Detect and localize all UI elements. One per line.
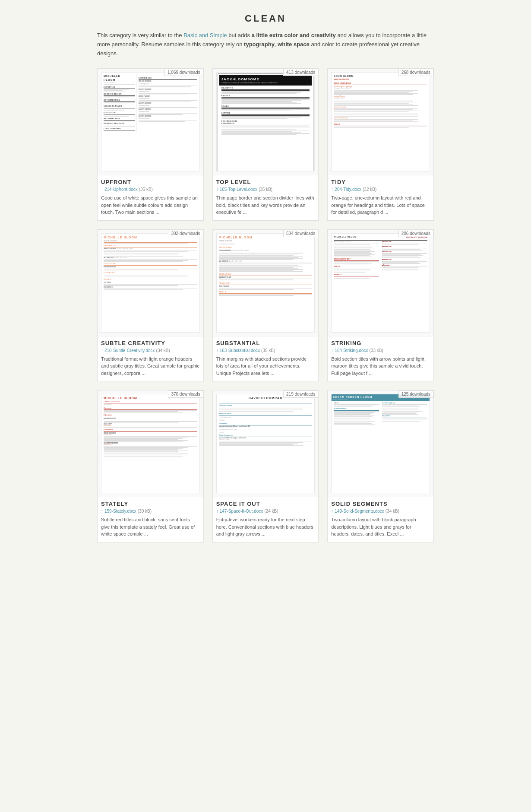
thumbnail-striking[interactable]: MICHELLE HLOOM WORK EXPERIENCE WORK EXPE… bbox=[331, 233, 430, 333]
resume-name-striking: STRIKING bbox=[331, 340, 430, 346]
file-size-striking: (33 kB) bbox=[370, 348, 383, 353]
download-icon-upfront: ↑ bbox=[101, 187, 103, 192]
file-size-substantial: (35 kB) bbox=[261, 348, 275, 353]
download-icon-subtle: ↑ bbox=[101, 348, 103, 353]
preview-stately: 370 downloads MICHELLE HLOOM GRAPHIC DES… bbox=[98, 390, 203, 497]
thumbnail-spaceitout[interactable]: DAVID HLOOMRAD 123 Any Street, Anytown C… bbox=[216, 394, 315, 493]
intro-paragraph: This category is very similar to the Bas… bbox=[97, 31, 434, 58]
thumbnail-upfront[interactable]: MICHELLEHLOOM GRAPHIC DESIGNER EXPERTISE… bbox=[101, 72, 200, 171]
resume-card-upfront: 1,069 downloads MICHELLEHLOOM GRAPHIC DE… bbox=[97, 68, 204, 221]
resume-name-solidsegments: SOLID SEGMENTS bbox=[331, 501, 430, 507]
downloads-badge-spaceitout: 219 downloads bbox=[283, 390, 318, 398]
resume-desc-upfront: Good use of white space gives this sampl… bbox=[101, 194, 200, 216]
thumbnail-solidsegments[interactable]: CREAM PERSON HLOOM Designer | Developer … bbox=[331, 394, 430, 493]
resume-card-toplevel: 413 downloads JACKHLOOMSOME TURNAROUND E… bbox=[212, 68, 319, 221]
resume-name-spaceitout: SPACE IT OUT bbox=[216, 501, 315, 507]
file-size-stately: (30 kB) bbox=[138, 509, 152, 514]
resume-desc-striking: Bold section titles with arrow points an… bbox=[331, 355, 430, 377]
file-link-spaceitout: ↑ 147-Space-It-Out.docx (24 kB) bbox=[216, 509, 315, 514]
resume-desc-spaceitout: Entry-level workers ready for the next s… bbox=[216, 516, 315, 538]
file-anchor-stately[interactable]: 159-Stately.docx bbox=[104, 509, 136, 514]
file-size-toplevel: (35 kB) bbox=[259, 187, 272, 192]
resume-desc-tidy: Two-page, one-column layout with red and… bbox=[331, 194, 430, 216]
file-link-solidsegments: ↑ 149-Solid-Segments.docx (34 kB) bbox=[331, 509, 430, 514]
resume-card-spaceitout: 219 downloads DAVID HLOOMRAD 123 Any Str… bbox=[212, 390, 319, 542]
resume-desc-substantial: Thin margins with stacked sections provi… bbox=[216, 355, 315, 377]
card-info-striking: STRIKING ↑ 164-Striking.docx (33 kB) Bol… bbox=[328, 336, 433, 381]
file-anchor-substantial[interactable]: 163-Substantial.docx bbox=[220, 348, 260, 353]
thumbnail-toplevel[interactable]: JACKHLOOMSOME TURNAROUND EXPERT FOR CUST… bbox=[216, 72, 315, 171]
resume-name-toplevel: TOP LEVEL bbox=[216, 179, 315, 185]
file-link-striking: ↑ 164-Striking.docx (33 kB) bbox=[331, 348, 430, 353]
card-info-substantial: SUBSTANTIAL ↑ 163-Substantial.docx (35 k… bbox=[213, 336, 319, 381]
file-size-upfront: (35 kB) bbox=[139, 187, 153, 192]
resume-card-stately: 370 downloads MICHELLE HLOOM GRAPHIC DES… bbox=[97, 390, 204, 542]
resume-name-substantial: SUBSTANTIAL bbox=[216, 340, 315, 346]
file-link-stately: ↑ 159-Stately.docx (30 kB) bbox=[101, 509, 200, 514]
resume-desc-stately: Subtle red titles and block, sans serif … bbox=[101, 516, 200, 538]
resume-card-solidsegments: 125 downloads CREAM PERSON HLOOM Designe… bbox=[327, 390, 434, 542]
resume-card-substantial: 534 downloads MICHELLE HLOOM GRAPHIC DES… bbox=[212, 229, 319, 382]
file-link-tidy: ↑ 204-Tidy.docx (32 kB) bbox=[331, 187, 430, 192]
preview-subtle: 302 downloads MICHELLE HLOOM GRAPHIC DES… bbox=[98, 230, 203, 336]
card-info-tidy: TIDY ↑ 204-Tidy.docx (32 kB) Two-page, o… bbox=[328, 175, 433, 220]
file-size-spaceitout: (24 kB) bbox=[264, 509, 278, 514]
file-link-substantial: ↑ 163-Substantial.docx (35 kB) bbox=[216, 348, 315, 353]
resume-name-stately: STATELY bbox=[101, 501, 200, 507]
download-icon-spaceitout: ↑ bbox=[216, 509, 218, 514]
card-info-toplevel: TOP LEVEL ↑ 165-Top-Level.docx (35 kB) T… bbox=[213, 175, 319, 220]
download-icon-tidy: ↑ bbox=[331, 187, 333, 192]
preview-upfront: 1,069 downloads MICHELLEHLOOM GRAPHIC DE… bbox=[98, 69, 203, 175]
file-anchor-toplevel[interactable]: 165-Top-Level.docx bbox=[220, 187, 257, 192]
thumbnail-subtle[interactable]: MICHELLE HLOOM GRAPHIC DESIGNER EXPERIEN… bbox=[101, 233, 200, 333]
downloads-badge-subtle: 302 downloads bbox=[168, 230, 203, 237]
downloads-badge-substantial: 534 downloads bbox=[283, 230, 318, 237]
download-icon-striking: ↑ bbox=[331, 348, 333, 353]
basic-simple-link[interactable]: Basic and Simple bbox=[183, 32, 227, 38]
file-link-subtle: ↑ 210-Subtle-Creativity.docx (34 kB) bbox=[101, 348, 200, 353]
file-link-toplevel: ↑ 165-Top-Level.docx (35 kB) bbox=[216, 187, 315, 192]
file-anchor-upfront[interactable]: 214-Upfront.docx bbox=[104, 187, 138, 192]
resume-name-subtle: SUBTLE CREATIVITY bbox=[101, 340, 200, 346]
card-info-stately: STATELY ↑ 159-Stately.docx (30 kB) Subtl… bbox=[98, 497, 203, 542]
downloads-badge-upfront: 1,069 downloads bbox=[164, 69, 203, 76]
card-info-upfront: UPFRONT ↑ 214-Upfront.docx (35 kB) Good … bbox=[98, 175, 203, 220]
file-anchor-tidy[interactable]: 204-Tidy.docx bbox=[335, 187, 361, 192]
resume-card-tidy: 268 downloads JOHN HLOOM MARKETING DIREC… bbox=[327, 68, 434, 221]
card-info-solidsegments: SOLID SEGMENTS ↑ 149-Solid-Segments.docx… bbox=[328, 497, 433, 542]
thumbnail-stately[interactable]: MICHELLE HLOOM GRAPHIC DESIGNER contact … bbox=[101, 394, 200, 493]
download-icon-solidsegments: ↑ bbox=[331, 509, 333, 514]
resume-desc-subtle: Traditional format with light orange hea… bbox=[101, 355, 200, 377]
downloads-badge-stately: 370 downloads bbox=[168, 390, 203, 398]
preview-striking: 206 downloads MICHELLE HLOOM WORK EXPERI… bbox=[328, 230, 433, 336]
file-link-upfront: ↑ 214-Upfront.docx (35 kB) bbox=[101, 187, 200, 192]
preview-toplevel: 413 downloads JACKHLOOMSOME TURNAROUND E… bbox=[213, 69, 319, 175]
download-icon-toplevel: ↑ bbox=[216, 187, 218, 192]
file-anchor-solidsegments[interactable]: 149-Solid-Segments.docx bbox=[335, 509, 384, 514]
download-icon-stately: ↑ bbox=[101, 509, 103, 514]
file-size-tidy: (32 kB) bbox=[363, 187, 376, 192]
preview-solidsegments: 125 downloads CREAM PERSON HLOOM Designe… bbox=[328, 390, 433, 497]
thumbnail-substantial[interactable]: MICHELLE HLOOM GRAPHIC DESIGNER contact … bbox=[216, 233, 315, 333]
resume-desc-solidsegments: Two-column layout with block paragraph d… bbox=[331, 516, 430, 538]
downloads-badge-toplevel: 413 downloads bbox=[283, 69, 318, 76]
file-size-solidsegments: (34 kB) bbox=[386, 509, 399, 514]
file-anchor-striking[interactable]: 164-Striking.docx bbox=[335, 348, 368, 353]
file-anchor-subtle[interactable]: 210-Subtle-Creativity.docx bbox=[104, 348, 155, 353]
resume-desc-toplevel: Thin page border and section divider lin… bbox=[216, 194, 315, 216]
downloads-badge-tidy: 268 downloads bbox=[398, 69, 433, 76]
file-anchor-spaceitout[interactable]: 147-Space-It-Out.docx bbox=[220, 509, 263, 514]
resume-name-upfront: UPFRONT bbox=[101, 179, 200, 185]
resume-grid: 1,069 downloads MICHELLEHLOOM GRAPHIC DE… bbox=[97, 68, 434, 542]
card-info-spaceitout: SPACE IT OUT ↑ 147-Space-It-Out.docx (24… bbox=[213, 497, 319, 542]
resume-name-tidy: TIDY bbox=[331, 179, 430, 185]
preview-tidy: 268 downloads JOHN HLOOM MARKETING DIREC… bbox=[328, 69, 433, 175]
resume-card-striking: 206 downloads MICHELLE HLOOM WORK EXPERI… bbox=[327, 229, 434, 382]
preview-spaceitout: 219 downloads DAVID HLOOMRAD 123 Any Str… bbox=[213, 390, 319, 497]
preview-substantial: 534 downloads MICHELLE HLOOM GRAPHIC DES… bbox=[213, 230, 319, 336]
downloads-badge-striking: 206 downloads bbox=[398, 230, 433, 237]
card-info-subtle: SUBTLE CREATIVITY ↑ 210-Subtle-Creativit… bbox=[98, 336, 203, 381]
page-title: CLEAN bbox=[97, 13, 434, 24]
resume-card-subtle: 302 downloads MICHELLE HLOOM GRAPHIC DES… bbox=[97, 229, 204, 382]
thumbnail-tidy[interactable]: JOHN HLOOM MARKETING DIRECTOR WORK EXPER… bbox=[331, 72, 430, 171]
